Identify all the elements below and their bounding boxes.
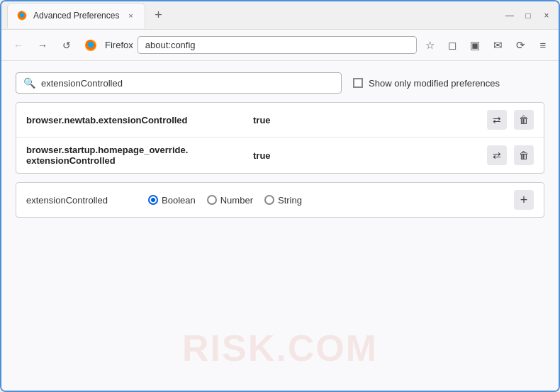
swap-button-2[interactable]: ⇄: [487, 145, 507, 165]
maximize-button[interactable]: □: [522, 9, 534, 22]
new-pref-name: extensionControlled: [26, 195, 140, 206]
tab-title: Advanced Preferences: [33, 11, 119, 21]
minimize-button[interactable]: —: [503, 9, 516, 22]
navigation-bar: ← → ↺ Firefox ☆ ◻ ▣ ✉ ⟳ ≡: [1, 30, 559, 61]
reload-button[interactable]: ↺: [57, 35, 77, 55]
pocket-icon[interactable]: ◻: [444, 37, 461, 54]
delete-button-2[interactable]: 🗑: [514, 145, 534, 165]
forward-button[interactable]: →: [33, 35, 52, 55]
browser-name-label: Firefox: [105, 40, 133, 50]
pref-value-2: true: [253, 150, 480, 161]
table-row: browser.newtab.extensionControlled true …: [16, 103, 544, 138]
compat-icon[interactable]: ⟳: [512, 37, 529, 54]
radio-number[interactable]: Number: [207, 195, 253, 206]
tab-favicon-icon: [16, 10, 28, 21]
reader-icon[interactable]: ✉: [489, 37, 506, 54]
address-bar[interactable]: [138, 36, 417, 54]
page-content: RISK.COM 🔍 Show only modified preference…: [1, 61, 559, 391]
pref-name-1: browser.newtab.extensionControlled: [26, 115, 246, 125]
active-tab[interactable]: Advanced Preferences ×: [7, 3, 145, 28]
show-modified-checkbox[interactable]: [353, 78, 363, 88]
bookmark-icon[interactable]: ☆: [421, 37, 438, 54]
svg-point-1: [20, 13, 24, 17]
pref-value-1: true: [253, 115, 480, 125]
delete-button-1[interactable]: 🗑: [514, 110, 534, 130]
new-tab-button[interactable]: +: [148, 6, 168, 26]
browser-window: Advanced Preferences × + — □ × ← → ↺ Fir…: [0, 0, 560, 392]
results-table: browser.newtab.extensionControlled true …: [16, 102, 544, 174]
nav-icons-group: ☆ ◻ ▣ ✉ ⟳ ≡: [421, 37, 551, 54]
radio-number-circle: [207, 195, 217, 205]
svg-point-3: [88, 42, 94, 47]
back-button[interactable]: ←: [9, 35, 28, 55]
radio-string[interactable]: String: [264, 195, 302, 206]
title-bar: Advanced Preferences × + — □ ×: [1, 1, 559, 30]
radio-string-circle: [264, 195, 274, 205]
extension-icon[interactable]: ▣: [466, 37, 483, 54]
search-box: 🔍: [16, 72, 342, 94]
search-input[interactable]: [41, 78, 334, 89]
table-row: browser.startup.homepage_override. exten…: [16, 138, 544, 173]
show-modified-container: Show only modified preferences: [353, 78, 500, 89]
firefox-logo-icon: [84, 38, 98, 52]
menu-icon[interactable]: ≡: [534, 37, 551, 54]
watermark: RISK.COM: [182, 327, 378, 369]
search-row: 🔍 Show only modified preferences: [16, 72, 544, 94]
radio-boolean-label: Boolean: [162, 195, 196, 206]
show-modified-label: Show only modified preferences: [369, 78, 500, 89]
radio-boolean[interactable]: Boolean: [148, 195, 196, 206]
search-icon: 🔍: [23, 77, 35, 89]
window-controls: — □ ×: [503, 9, 553, 22]
radio-string-label: String: [278, 195, 302, 206]
address-bar-container: [138, 36, 417, 54]
radio-boolean-circle: [148, 195, 158, 205]
type-radio-group: Boolean Number String: [148, 195, 505, 206]
row-1-actions: ⇄ 🗑: [487, 110, 534, 130]
add-preference-row: extensionControlled Boolean Number Strin…: [16, 182, 544, 218]
add-preference-button[interactable]: +: [514, 190, 534, 210]
pref-name-2: browser.startup.homepage_override. exten…: [26, 145, 246, 166]
tab-close-button[interactable]: ×: [125, 10, 136, 21]
row-2-actions: ⇄ 🗑: [487, 145, 534, 165]
swap-button-1[interactable]: ⇄: [487, 110, 507, 130]
radio-number-label: Number: [220, 195, 253, 206]
close-button[interactable]: ×: [540, 9, 553, 22]
